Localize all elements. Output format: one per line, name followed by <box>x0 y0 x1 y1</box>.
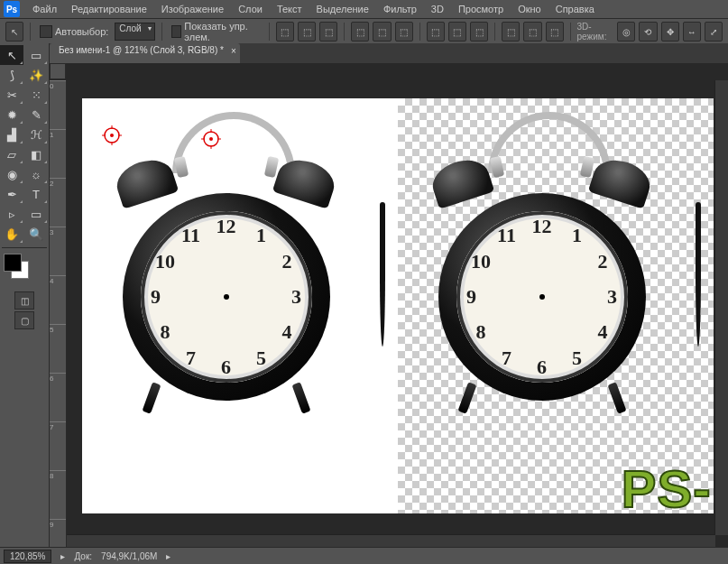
history-brush-tool[interactable]: ℋ <box>24 125 48 144</box>
document-tab-title: Без имени-1 @ 121% (Слой 3, RGB/8) * <box>59 45 224 55</box>
document-tab[interactable]: Без имени-1 @ 121% (Слой 3, RGB/8) * × <box>50 43 240 63</box>
menu-select[interactable]: Выделение <box>309 2 376 16</box>
canvas-right-half: 121234567891011 PS- <box>398 98 714 513</box>
menu-text[interactable]: Текст <box>270 2 309 16</box>
distribute-icon[interactable]: ⬚ <box>448 22 466 42</box>
align-vcenter-icon[interactable]: ⬚ <box>298 22 316 42</box>
distribute-icon[interactable]: ⬚ <box>470 22 488 42</box>
hand-tool[interactable]: ✋ <box>0 224 23 244</box>
options-bar: ↖ Автовыбор: Слой Показать упр. элем. ⬚ … <box>0 19 728 45</box>
canvas-left-half: 121234567891011 <box>82 98 398 513</box>
align-hcenter-icon[interactable]: ⬚ <box>373 22 391 42</box>
distribute-icon[interactable]: ⬚ <box>502 22 520 42</box>
threeD-orbit-icon[interactable]: ◎ <box>617 22 635 42</box>
scrollbar-horizontal[interactable] <box>67 534 715 548</box>
autoselect-label: Автовыбор: <box>55 26 108 37</box>
menu-layers[interactable]: Слои <box>231 2 270 16</box>
color-swatches[interactable] <box>4 254 45 286</box>
distribute-icon[interactable]: ⬚ <box>523 22 541 42</box>
document-area: Без имени-1 @ 121% (Слой 3, RGB/8) * × -… <box>50 43 728 548</box>
threeD-slide-icon[interactable]: ↔ <box>683 22 701 42</box>
watermark-text: PS- <box>622 458 712 519</box>
menu-file[interactable]: Файл <box>25 2 64 16</box>
threeD-pan-icon[interactable]: ✥ <box>661 22 679 42</box>
quickmask-toggle[interactable]: ◫ <box>14 291 34 310</box>
dodge-tool[interactable]: ☼ <box>24 164 48 184</box>
threeD-label: 3D-режим: <box>577 22 614 42</box>
align-top-icon[interactable]: ⬚ <box>276 22 294 42</box>
menu-image[interactable]: Изображение <box>154 2 231 16</box>
menu-bar: Ps Файл Редактирование Изображение Слои … <box>0 0 728 19</box>
ruler-origin[interactable] <box>50 63 66 79</box>
brush-tool[interactable]: ✎ <box>24 105 48 125</box>
separator <box>570 23 571 41</box>
clock-image-left: 121234567891011 <box>109 112 344 401</box>
spot-heal-tool[interactable]: ✹ <box>0 105 23 125</box>
align-right-icon[interactable]: ⬚ <box>395 22 413 42</box>
menu-edit[interactable]: Редактирование <box>64 2 154 16</box>
current-tool-icon[interactable]: ↖ <box>5 22 23 42</box>
clock-image-right: 121234567891011 <box>425 112 659 401</box>
threeD-roll-icon[interactable]: ⟲ <box>639 22 657 42</box>
distribute-icon[interactable]: ⬚ <box>427 22 445 42</box>
doc-size-value: 794,9K/1,06M <box>101 551 157 561</box>
tab-strip: Без имени-1 @ 121% (Слой 3, RGB/8) * × <box>50 43 728 63</box>
type-tool[interactable]: T <box>24 184 48 204</box>
status-chevron-icon[interactable]: ▸ <box>60 551 65 561</box>
zoom-tool[interactable]: 🔍 <box>24 224 48 244</box>
show-controls-control[interactable]: Показать упр. элем. <box>169 21 263 42</box>
menu-view[interactable]: Просмотр <box>451 2 511 16</box>
scrollbar-vertical[interactable] <box>714 80 728 535</box>
path-select-tool[interactable]: ▹ <box>0 204 23 224</box>
status-bar: 120,85% ▸ Док: 794,9K/1,06M ▸ <box>0 547 728 564</box>
tools-panel: ↖ ▭ ⟆ ✨ ✂ ⁙ ✹ ✎ ▟ ℋ ▱ ◧ ◉ ☼ ✒ T ▹ ▭ ✋ 🔍 … <box>0 43 50 548</box>
distribute-icon[interactable]: ⬚ <box>546 22 564 42</box>
align-bottom-icon[interactable]: ⬚ <box>319 22 337 42</box>
menu-help[interactable]: Справка <box>548 2 602 16</box>
crop-tool[interactable]: ✂ <box>0 85 23 105</box>
marquee-tool[interactable]: ▭ <box>24 45 48 65</box>
eyedropper-tool[interactable]: ⁙ <box>24 85 48 105</box>
autoselect-target-select[interactable]: Слой <box>115 23 154 41</box>
foreground-color[interactable] <box>4 254 22 272</box>
show-controls-checkbox[interactable] <box>171 25 182 38</box>
separator <box>344 23 345 41</box>
autoselect-checkbox[interactable] <box>40 25 52 38</box>
menu-3d[interactable]: 3D <box>424 2 451 16</box>
lasso-tool[interactable]: ⟆ <box>0 65 23 85</box>
screenmode-toggle[interactable]: ▢ <box>14 311 34 329</box>
ruler-vertical[interactable]: 0123456789 <box>50 80 67 548</box>
app-logo: Ps <box>4 1 20 17</box>
blur-tool[interactable]: ◉ <box>0 164 23 184</box>
move-tool[interactable]: ↖ <box>0 45 23 65</box>
separator <box>494 23 495 41</box>
shape-tool[interactable]: ▭ <box>24 204 48 224</box>
gradient-tool[interactable]: ◧ <box>24 144 48 164</box>
pen-tool[interactable]: ✒ <box>0 184 23 204</box>
separator <box>269 23 270 41</box>
show-controls-label: Показать упр. элем. <box>184 21 260 42</box>
magic-wand-tool[interactable]: ✨ <box>24 65 48 85</box>
separator <box>30 23 31 41</box>
canvas-viewport[interactable]: 121234567891011 121234567891011 <box>67 80 728 548</box>
doc-size-label: Док: <box>74 551 92 561</box>
align-left-icon[interactable]: ⬚ <box>351 22 369 42</box>
separator <box>161 23 162 41</box>
document-canvas[interactable]: 121234567891011 121234567891011 <box>82 98 714 513</box>
autoselect-control[interactable]: Автовыбор: <box>37 25 111 38</box>
menu-filter[interactable]: Фильтр <box>376 2 424 16</box>
threeD-scale-icon[interactable]: ⤢ <box>705 22 723 42</box>
separator <box>419 23 420 41</box>
eraser-tool[interactable]: ▱ <box>0 144 23 164</box>
close-tab-icon[interactable]: × <box>231 46 236 56</box>
stamp-tool[interactable]: ▟ <box>0 125 23 144</box>
status-chevron-icon[interactable]: ▸ <box>166 551 170 561</box>
zoom-field[interactable]: 120,85% <box>4 550 51 563</box>
menu-window[interactable]: Окно <box>511 2 548 16</box>
